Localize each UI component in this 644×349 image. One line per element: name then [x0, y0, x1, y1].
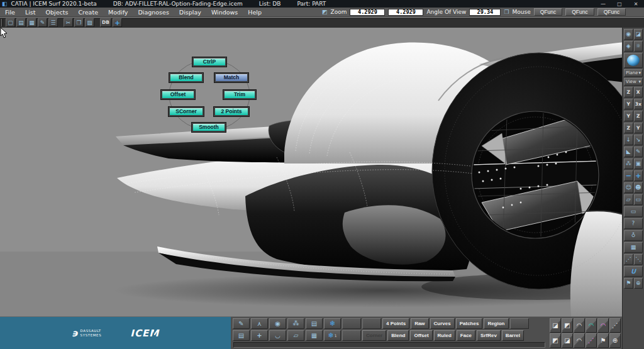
freeze-icon[interactable]: ❄: [324, 318, 341, 329]
offset-button[interactable]: Offset: [410, 330, 432, 341]
view-z2-button[interactable]: Z: [634, 111, 643, 121]
region-button[interactable]: Region: [484, 318, 508, 329]
layout-grid-icon[interactable]: ▦: [306, 330, 323, 341]
nodes-icon[interactable]: ⁂: [287, 318, 304, 329]
radial-button-ctrlp[interactable]: CtrlP: [192, 57, 226, 67]
menu-objects[interactable]: Objects: [41, 9, 74, 16]
menu-file[interactable]: File: [0, 9, 20, 16]
eye-icon[interactable]: ◉: [269, 318, 286, 329]
flag-small-icon[interactable]: ⚑: [597, 333, 609, 348]
blend-button[interactable]: Blend: [387, 330, 409, 341]
zoom-y-field[interactable]: [388, 9, 423, 16]
zoom-out-icon[interactable]: −: [624, 170, 633, 181]
pin-icon[interactable]: ↓: [624, 135, 633, 145]
folder-export-icon[interactable]: ▤: [306, 318, 323, 329]
menu-diagnoses[interactable]: Diagnoses: [133, 9, 174, 16]
curves-button[interactable]: Curves: [430, 318, 455, 329]
curve-plain-icon[interactable]: ◠: [574, 318, 585, 333]
paste-icon[interactable]: ▨: [85, 18, 94, 27]
curve-pink-ring-icon[interactable]: ◠: [597, 318, 609, 333]
surface-split-alt-icon[interactable]: ◪: [562, 333, 573, 348]
close-button[interactable]: ✕: [628, 1, 644, 7]
print-icon[interactable]: ☰: [48, 18, 58, 27]
raw-button[interactable]: Raw: [411, 318, 428, 329]
monitor-icon[interactable]: ▭: [624, 206, 643, 217]
4points-button[interactable]: 4 Points: [382, 318, 409, 329]
window-a-icon[interactable]: ▱: [624, 194, 633, 205]
plane-dropdown[interactable]: Plane▾: [624, 69, 643, 77]
viewport-3d[interactable]: CtrlP Blend Match Offset Trim SCorner 2 …: [0, 28, 644, 316]
radial-button-scorner[interactable]: SCorner: [169, 107, 204, 116]
view-3x-button[interactable]: 3x: [634, 99, 643, 109]
view-y2-button[interactable]: Y: [634, 123, 643, 133]
wedge-icon[interactable]: ◣: [624, 147, 633, 157]
view-x-button[interactable]: X: [634, 87, 643, 97]
radial-button-blend[interactable]: Blend: [169, 73, 203, 82]
surface-split-icon[interactable]: ◪: [550, 318, 561, 333]
freeze-one-icon[interactable]: ❄1: [324, 330, 341, 341]
srfrev-button[interactable]: SrfRev: [477, 330, 501, 341]
view-y-button[interactable]: Y: [624, 111, 633, 121]
surface-split-icon[interactable]: ◩: [550, 333, 561, 348]
radial-button-offset[interactable]: Offset: [161, 90, 195, 99]
node-path-icon[interactable]: ⋰: [624, 254, 633, 265]
qfunc-button-3[interactable]: QFunc: [597, 8, 626, 16]
maximize-button[interactable]: □: [611, 1, 628, 7]
menu-help[interactable]: Help: [243, 9, 267, 16]
menu-display[interactable]: Display: [174, 9, 206, 16]
sheet-pen-icon[interactable]: ✎: [634, 147, 643, 157]
view-z-button[interactable]: Z: [624, 87, 633, 97]
curve-pink-dots-icon[interactable]: ⋰: [586, 333, 597, 348]
projector-icon[interactable]: ▦: [624, 242, 643, 253]
view-y-list-button[interactable]: Y: [624, 99, 633, 109]
eraser-icon[interactable]: ▱: [287, 330, 304, 341]
folder-icon[interactable]: ▤: [233, 330, 250, 341]
tree-icon[interactable]: ⋏: [251, 318, 268, 329]
crosshair-small-icon[interactable]: ⊕: [609, 333, 621, 348]
unfold-pen-button[interactable]: U: [624, 266, 643, 277]
barrel-button[interactable]: Barrel: [502, 330, 524, 341]
open-folder-icon[interactable]: ▤: [16, 18, 26, 27]
crosshair-icon[interactable]: ⊕: [634, 278, 643, 289]
eye-history-icon[interactable]: ◉: [624, 29, 633, 40]
search-help-icon[interactable]: ?: [624, 218, 643, 229]
face-quality-icon[interactable]: ☺: [624, 182, 633, 193]
window-b-icon[interactable]: ▭: [634, 194, 643, 205]
shaded-render-button[interactable]: [624, 53, 643, 68]
curve-plain-icon[interactable]: ◠: [574, 333, 585, 348]
flag-icon[interactable]: ⚑: [624, 278, 633, 289]
menu-modify[interactable]: Modify: [103, 9, 133, 16]
radial-button-trim[interactable]: Trim: [223, 90, 256, 99]
curve-teal-ring-icon[interactable]: ◠: [586, 318, 597, 333]
ruled-button[interactable]: Ruled: [434, 330, 455, 341]
add-icon[interactable]: +: [251, 330, 268, 341]
lock-view-icon[interactable]: ▣: [634, 158, 643, 169]
surface-pen-icon[interactable]: ✎: [233, 318, 250, 329]
save-icon[interactable]: ▦: [27, 18, 36, 27]
radial-button-2points[interactable]: 2 Points: [214, 107, 249, 116]
curve-dashed-icon[interactable]: ⋰: [609, 318, 621, 333]
add-db-icon[interactable]: +: [113, 18, 122, 27]
curve-draw-icon[interactable]: ◡: [269, 330, 286, 341]
angle-of-view-field[interactable]: [469, 9, 501, 16]
menu-list[interactable]: List: [20, 9, 41, 16]
minimize-button[interactable]: —: [595, 1, 611, 7]
face-button[interactable]: Face: [457, 330, 475, 341]
node-path-alt-icon[interactable]: ⋱: [634, 254, 643, 265]
pin-drop-icon[interactable]: ↘: [634, 135, 643, 145]
view-z3-button[interactable]: Z: [624, 123, 633, 133]
view-dropdown[interactable]: View▾: [624, 78, 643, 86]
face-quality-alt-icon[interactable]: ☻: [634, 182, 643, 193]
menu-windows[interactable]: Windows: [206, 9, 243, 16]
radial-button-smooth[interactable]: Smooth: [192, 123, 226, 132]
copy-icon[interactable]: ❐: [74, 18, 84, 27]
zoom-x-field[interactable]: [350, 9, 385, 16]
qfunc-button-2[interactable]: QFunc: [565, 8, 594, 16]
qfunc-button-1[interactable]: QFunc: [534, 8, 563, 16]
zoom-in-icon[interactable]: +: [634, 170, 643, 181]
surface-split-alt-icon[interactable]: ◩: [562, 318, 573, 333]
menu-create[interactable]: Create: [73, 9, 103, 16]
save-as-icon[interactable]: ✎: [38, 18, 47, 27]
shade-style-icon[interactable]: ◪: [634, 29, 643, 40]
globe-icon[interactable]: ♁: [624, 230, 643, 241]
